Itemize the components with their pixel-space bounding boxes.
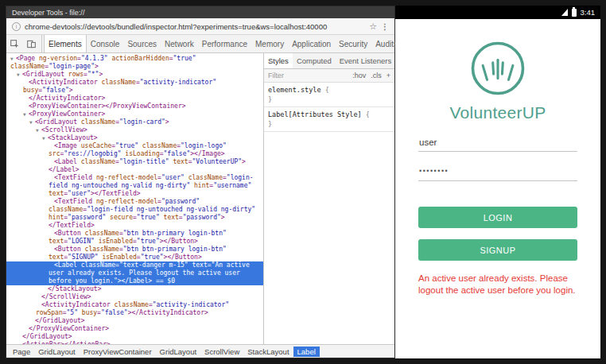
signup-button[interactable]: SIGNUP [418, 239, 577, 261]
screen: Developer Tools - file:// i chrome-devto… [0, 0, 606, 364]
devtools-tab-security[interactable]: Security [335, 35, 371, 52]
window-title: Developer Tools - file:// [12, 9, 84, 17]
bookmark-star-icon[interactable]: ☆ [369, 21, 377, 32]
android-status-bar: 3:41 [395, 6, 600, 19]
android-emulator: 3:41 VolunteerUP user •••••••• LOGIN SIG… [395, 6, 600, 358]
style-rules-list: element.style {}Label[Attributes Style] … [264, 83, 394, 344]
tree-node[interactable]: ▼<StackLayout> [6, 134, 263, 142]
tree-node[interactable]: <Button className="btn btn-primary login… [6, 246, 263, 261]
signal-icon [561, 9, 568, 16]
tree-node[interactable]: ▼<GridLayout rows="*"> [6, 71, 263, 79]
tree-node[interactable]: </GridLayout> [6, 333, 263, 341]
tree-node[interactable]: </ProxyViewContainer> [6, 325, 263, 333]
devtools-main: ▼<Page ng-version="4.1.3" actionBarHidde… [6, 53, 394, 344]
hov-toggle[interactable]: :hov [352, 72, 366, 79]
device-toolbar-icon[interactable] [23, 35, 42, 52]
devtools-tab-console[interactable]: Console [87, 35, 124, 52]
page-info-icon[interactable]: i [12, 22, 21, 31]
styles-tabbar: StylesComputedEvent Listeners» [264, 53, 394, 69]
breadcrumb-proxyviewcontainer[interactable]: ProxyViewContainer [80, 347, 156, 357]
styles-tab-computed[interactable]: Computed [293, 53, 336, 68]
styles-sidebar: StylesComputedEvent Listeners» Filter :h… [263, 53, 394, 344]
app-title: VolunteerUP [449, 103, 546, 122]
volunteerup-app: VolunteerUP user •••••••• LOGIN SIGNUP A… [395, 19, 600, 358]
devtools-tab-network[interactable]: Network [161, 35, 198, 52]
tree-node[interactable]: </StackLayout> [6, 285, 263, 293]
tree-node-selected[interactable]: <Label className="text-danger m-15" text… [6, 261, 263, 285]
styles-tab-styles[interactable]: Styles [264, 53, 293, 68]
new-style-rule-button[interactable]: + [387, 72, 390, 79]
breadcrumb-page[interactable]: Page [9, 347, 34, 357]
tree-node[interactable]: </ActivityIndicator> [6, 95, 263, 103]
window-titlebar: Developer Tools - file:// [6, 6, 394, 18]
styles-filter-input[interactable]: Filter [268, 72, 284, 79]
breadcrumb-label[interactable]: Label [293, 347, 320, 357]
tree-node[interactable]: <ActivityIndicator className="activity-i… [6, 79, 263, 95]
devtools-tabbar: ElementsConsoleSourcesNetworkPerformance… [6, 35, 394, 53]
breadcrumb-gridlayout[interactable]: GridLayout [34, 347, 79, 357]
devtools-tab-elements[interactable]: Elements [44, 35, 87, 52]
styles-tab-event-listeners[interactable]: Event Listeners [336, 53, 395, 68]
devtools-tab-performance[interactable]: Performance [198, 35, 251, 52]
tree-node[interactable]: ▼<ScrollView> [6, 126, 263, 134]
breadcrumb-stacklayout[interactable]: StackLayout [243, 347, 293, 357]
url-text[interactable]: chrome-devtools://devtools/bundled/inspe… [25, 22, 365, 31]
tree-node[interactable]: <ActivityIndicator className="activity-i… [6, 301, 263, 317]
tree-node[interactable]: <Label className="login-title" text="Vol… [6, 158, 263, 174]
tree-node[interactable]: ▼<ProxyViewContainer> [6, 110, 263, 118]
devtools-tab-sources[interactable]: Sources [123, 35, 161, 52]
tree-node[interactable]: <Button className="btn btn-primary login… [6, 230, 263, 246]
browser-menu-icon[interactable]: ⋮ [381, 22, 389, 31]
style-rule[interactable]: Label[Attributes Style] {} [264, 107, 394, 132]
url-bar[interactable]: i chrome-devtools://devtools/bundled/ins… [6, 18, 394, 35]
tree-node[interactable]: ▼<GridLayout className="login-card"> [6, 118, 263, 126]
username-field[interactable]: user [418, 134, 577, 152]
tree-node[interactable]: <ProxyViewContainer></ProxyViewContainer… [6, 103, 263, 110]
devtools-tabs: ElementsConsoleSourcesNetworkPerformance… [44, 35, 402, 52]
tree-node[interactable]: ▼<Page ng-version="4.1.3" actionBarHidde… [6, 55, 263, 71]
devtools-tab-application[interactable]: Application [288, 35, 335, 52]
devtools-window: Developer Tools - file:// i chrome-devto… [6, 6, 395, 358]
tree-node[interactable]: </ScrollView> [6, 293, 263, 301]
tree-node[interactable]: <TextField ng-reflect-model="password" c… [6, 198, 263, 230]
breadcrumb-gridlayout[interactable]: GridLayout [156, 347, 200, 357]
breadcrumb-scrollview[interactable]: ScrollView [200, 347, 243, 357]
inspect-element-icon[interactable] [6, 35, 23, 52]
elements-tree: ▼<Page ng-version="4.1.3" actionBarHidde… [6, 53, 263, 344]
tree-node[interactable]: </GridLayout> [6, 317, 263, 325]
battery-icon [572, 9, 577, 17]
cls-toggle[interactable]: .cls [371, 72, 382, 79]
styles-filter-row: Filter :hov .cls + [264, 69, 394, 83]
login-button[interactable]: LOGIN [418, 207, 577, 228]
error-message: An active user already exists. Please lo… [418, 273, 577, 296]
style-rule[interactable]: element.style {} [264, 83, 394, 107]
status-time: 3:41 [581, 8, 596, 17]
password-field[interactable]: •••••••• [418, 164, 577, 181]
tree-node[interactable]: <Image useCache="true" className="login-… [6, 142, 263, 158]
hands-logo-icon [469, 40, 526, 97]
tree-node[interactable]: <TextField ng-reflect-model="user" class… [6, 174, 263, 198]
devtools-tab-memory[interactable]: Memory [251, 35, 288, 52]
elements-breadcrumb: PageGridLayoutProxyViewContainerGridLayo… [6, 344, 394, 358]
